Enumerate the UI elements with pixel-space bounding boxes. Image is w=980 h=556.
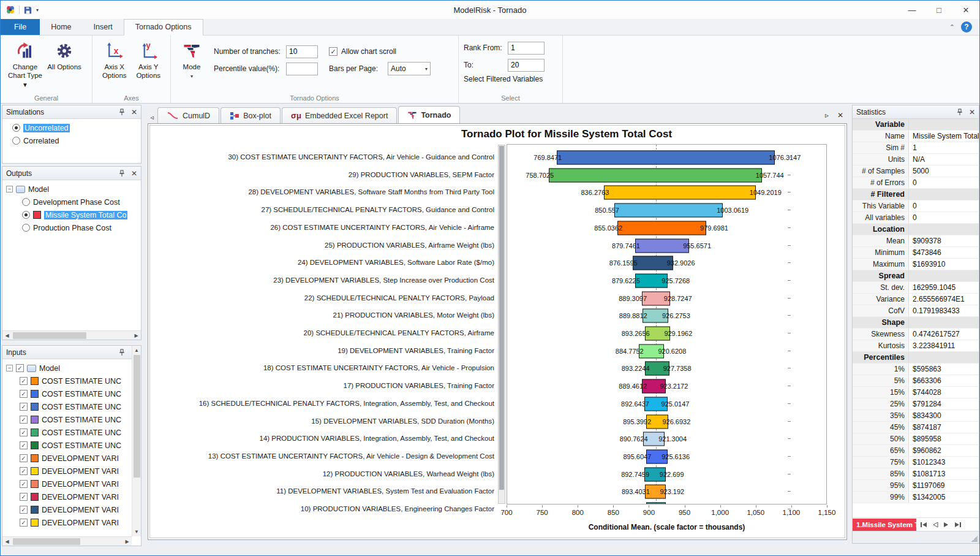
scroll-thumb[interactable]: [13, 538, 80, 545]
chart-vscrollbar[interactable]: [498, 145, 505, 504]
checkbox-icon[interactable]: ✓: [20, 454, 28, 462]
input-item[interactable]: ✓COST ESTIMATE UNC: [6, 413, 130, 426]
input-item[interactable]: ✓DEVELOPMENT VARI: [6, 452, 130, 465]
tab-scroll-right-icon[interactable]: ▹: [825, 111, 829, 120]
axis-y-options-button[interactable]: y Axis Y Options: [132, 39, 166, 91]
scroll-left-icon[interactable]: ◀: [2, 333, 12, 338]
number-of-tranches-input[interactable]: [286, 45, 318, 58]
first-variable-icon[interactable]: [920, 522, 927, 528]
all-options-button[interactable]: All Options: [45, 39, 84, 91]
scroll-right-icon[interactable]: ▶: [132, 333, 141, 338]
checkbox-icon[interactable]: ✓: [20, 493, 28, 501]
input-item[interactable]: ✓DEVELOPMENT VARI: [6, 490, 130, 503]
axis-x-options-button[interactable]: x Axis X Options: [97, 39, 132, 91]
radio-icon[interactable]: [22, 198, 30, 206]
tab-file[interactable]: File: [1, 19, 40, 35]
input-item[interactable]: ✓COST ESTIMATE UNC: [6, 439, 130, 452]
checkbox-icon[interactable]: ✓: [16, 364, 24, 372]
scroll-thumb[interactable]: [13, 332, 86, 339]
checkbox-icon[interactable]: ✓: [20, 506, 28, 514]
resize-grip[interactable]: [971, 536, 978, 542]
radio-icon[interactable]: [22, 224, 30, 232]
checkbox-icon[interactable]: ✓: [20, 441, 28, 449]
pin-icon[interactable]: [119, 109, 125, 116]
close-panel-icon[interactable]: ✕: [131, 169, 137, 178]
tree-expander-icon[interactable]: −: [6, 186, 13, 192]
input-item[interactable]: ✓DEVELOPMENT VARI: [6, 503, 130, 516]
output-item[interactable]: Missile System Total Co: [6, 208, 140, 221]
tornado-bar[interactable]: [617, 221, 706, 235]
scroll-up-icon[interactable]: ▲: [134, 346, 139, 355]
tab-home[interactable]: Home: [40, 20, 82, 35]
pin-icon[interactable]: [119, 349, 125, 356]
save-icon[interactable]: [23, 6, 32, 15]
inputs-hscrollbar[interactable]: ◀ ▶: [2, 536, 132, 546]
checkbox-icon[interactable]: ✓: [20, 416, 28, 424]
close-panel-icon[interactable]: ✕: [131, 108, 137, 116]
mode-button[interactable]: Mode ▾: [176, 39, 208, 91]
tornado-bar[interactable]: [604, 186, 755, 200]
rank-from-input[interactable]: [508, 42, 545, 55]
radio-icon[interactable]: [12, 137, 20, 145]
input-item[interactable]: ✓COST ESTIMATE UNC: [6, 375, 130, 387]
scroll-right-icon[interactable]: ▶: [123, 539, 132, 544]
checkbox-icon[interactable]: ✓: [20, 377, 28, 385]
tab-cumuld[interactable]: CumulD: [157, 107, 219, 123]
close-panel-icon[interactable]: ✕: [969, 108, 975, 116]
select-filtered-variables-button[interactable]: Select Filtered Variables: [464, 75, 557, 83]
pin-icon[interactable]: [957, 109, 963, 116]
scroll-thumb[interactable]: [134, 355, 140, 478]
qat-customize-caret-icon[interactable]: ▾: [36, 7, 39, 13]
inputs-root-node[interactable]: −✓Model: [6, 362, 130, 375]
tab-box-plot[interactable]: Box-plot: [221, 107, 281, 123]
radio-icon[interactable]: [22, 211, 30, 219]
change-chart-type-button[interactable]: Change Chart Type ▾: [6, 39, 45, 91]
inputs-vscrollbar[interactable]: ▲ ▼: [132, 346, 141, 536]
pin-icon[interactable]: [119, 170, 125, 177]
minimize-button[interactable]: —: [899, 1, 925, 18]
scroll-left-icon[interactable]: ◀: [2, 539, 12, 544]
checkbox-icon[interactable]: ✓: [20, 428, 28, 436]
tree-expander-icon[interactable]: −: [6, 365, 13, 371]
close-document-icon[interactable]: ✕: [837, 111, 843, 120]
input-item[interactable]: ✓COST ESTIMATE UNC: [6, 387, 130, 400]
tornado-bar[interactable]: [646, 503, 666, 505]
tornado-bar[interactable]: [549, 168, 762, 182]
output-variable-tab[interactable]: 1.Missile System Tot: [853, 519, 916, 531]
input-item[interactable]: ✓COST ESTIMATE UNC: [6, 400, 130, 413]
checkbox-icon[interactable]: ✓: [20, 390, 28, 398]
outputs-hscrollbar[interactable]: ◀ ▶: [2, 330, 141, 340]
output-item[interactable]: Production Phase Cost: [6, 221, 140, 234]
tab-embedded-excel-report[interactable]: σμ Embedded Excel Report: [282, 107, 397, 123]
tornado-bar[interactable]: [614, 204, 723, 218]
outputs-root-node[interactable]: −Model: [6, 183, 140, 196]
input-item[interactable]: ✓DEVELOPMENT VARI: [6, 516, 130, 529]
tab-tornado[interactable]: Tornado: [398, 106, 460, 123]
previous-variable-icon[interactable]: [932, 522, 938, 528]
bars-per-page-dropdown[interactable]: Auto ▾: [388, 62, 431, 75]
tab-scroll-left-icon[interactable]: ◃: [146, 111, 157, 123]
checkbox-icon[interactable]: ✓: [20, 467, 28, 475]
tornado-bar[interactable]: [635, 238, 689, 253]
simulation-option-correlated[interactable]: Correlated: [6, 134, 140, 147]
help-icon[interactable]: ?: [961, 21, 972, 32]
last-variable-icon[interactable]: [954, 522, 962, 528]
output-item[interactable]: Development Phase Cost: [6, 196, 140, 208]
rank-to-input[interactable]: [508, 59, 545, 72]
allow-chart-scroll-checkbox[interactable]: ✓: [329, 47, 337, 56]
next-variable-icon[interactable]: [943, 522, 949, 528]
input-item[interactable]: ✓COST ESTIMATE UNC: [6, 426, 130, 439]
scroll-thumb[interactable]: [499, 146, 504, 490]
tab-insert[interactable]: Insert: [83, 20, 124, 35]
input-item[interactable]: ✓DEVELOPMENT VARI: [6, 478, 130, 490]
simulation-option-uncorrelated[interactable]: Uncorrelated: [6, 121, 140, 134]
checkbox-icon[interactable]: ✓: [20, 519, 28, 527]
scroll-down-icon[interactable]: ▼: [134, 527, 139, 536]
maximize-button[interactable]: □: [925, 1, 952, 18]
radio-icon[interactable]: [12, 124, 20, 132]
collapse-ribbon-icon[interactable]: ⌃: [949, 23, 955, 31]
tab-tornado-options[interactable]: Tornado Options: [124, 19, 203, 36]
percentile-value-input[interactable]: [286, 63, 318, 75]
checkbox-icon[interactable]: ✓: [20, 403, 28, 411]
checkbox-icon[interactable]: ✓: [20, 480, 28, 488]
